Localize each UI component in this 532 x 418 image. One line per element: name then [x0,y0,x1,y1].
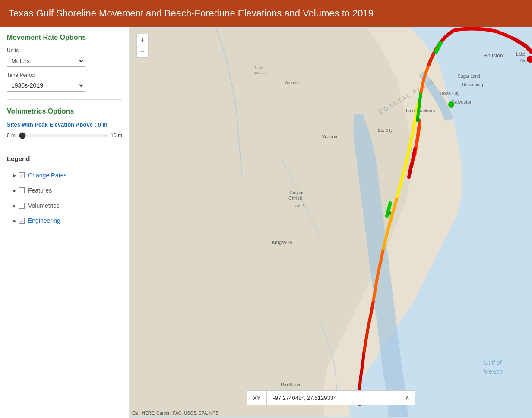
legend-box: ▶ ✓ Change Rates ▶ Features ▶ Volumetric… [7,168,122,228]
svg-text:Mexico: Mexico [484,368,503,375]
svg-point-27 [448,101,454,108]
slider-max-label: 10 m [111,133,122,139]
change-rates-checkbox[interactable]: ✓ [19,172,25,178]
svg-text:Rio Bravo: Rio Bravo [281,382,301,387]
elevation-slider[interactable] [19,132,107,139]
svg-text:Antonio: Antonio [285,80,300,85]
change-rates-label: Change Rates [28,172,67,179]
legend-title: Legend [7,155,122,162]
legend-item-volumetrics[interactable]: ▶ Volumetrics [7,198,122,213]
units-select[interactable]: Meters Feet [7,55,85,67]
chevron-right-icon: ▶ [13,173,16,178]
time-period-select[interactable]: 1930s-2019 1970s-2019 1990s-2019 [7,80,85,92]
svg-text:Gulf of: Gulf of [484,359,502,366]
main-layout: Movement Rate Options Units Meters Feet … [0,27,532,418]
map-svg: Antonio New raunfels Victoria Corpus Chr… [130,27,532,418]
svg-text:249 ft: 249 ft [295,204,305,208]
svg-text:Houston: Houston [484,53,503,59]
map-container[interactable]: Antonio New raunfels Victoria Corpus Chr… [130,27,532,418]
volumetrics-checkbox[interactable] [19,203,25,209]
svg-point-28 [387,211,391,215]
legend-item-change-rates[interactable]: ▶ ✓ Change Rates [7,168,122,183]
engineering-label: Engineering [28,217,60,224]
svg-text:Rosenberg: Rosenberg [462,82,483,87]
time-period-label: Time Period [7,72,122,78]
engineering-checkbox[interactable]: ✓ [19,218,25,224]
divider-2 [7,147,122,147]
map-attribution: Esri, HERE, Garmin, FAO, USGS, EPA, NPS [132,411,218,415]
zoom-controls: + − [136,34,149,58]
chevron-right-icon-4: ▶ [13,218,16,224]
svg-text:Victoria: Victoria [322,134,338,139]
sidebar: Movement Rate Options Units Meters Feet … [0,27,130,418]
legend-item-features[interactable]: ▶ Features [7,183,122,198]
movement-section-title: Movement Rate Options [7,34,122,41]
collapse-icon[interactable]: ∧ [400,391,415,405]
svg-text:Lake: Lake [516,52,526,57]
volumetrics-section-title: Volumetrics Options [7,108,122,115]
svg-text:Texas City: Texas City [440,91,459,96]
legend-item-engineering[interactable]: ▶ ✓ Engineering [7,213,122,228]
svg-text:Bay City: Bay City [378,128,393,133]
svg-point-29 [416,118,420,122]
slider-min-label: 0 m [7,133,16,139]
time-period-group: Time Period 1930s-2019 1970s-2019 1990s-… [7,72,122,92]
units-label: Units [7,48,122,54]
svg-text:Christi: Christi [288,196,302,201]
svg-text:Sugar Land: Sugar Land [458,74,480,79]
divider-1 [7,99,122,100]
features-label: Features [28,187,52,194]
elevation-value: 0 m [98,121,107,128]
features-checkbox[interactable] [19,187,25,193]
chevron-right-icon-3: ▶ [13,203,16,209]
volumetrics-label: Volumetrics [28,202,59,209]
svg-text:raunfels: raunfels [253,70,267,75]
coordinates-bar: XY -97.274048°, 27.512933° ∧ [247,390,415,405]
svg-text:Kingsville: Kingsville [272,240,292,245]
page-title: Texas Gulf Shoreline Movement and Beach-… [9,8,374,19]
page-header: Texas Gulf Shoreline Movement and Beach-… [0,0,532,27]
coords-xy-label: XY [247,391,267,405]
zoom-out-button[interactable]: − [136,46,149,58]
elevation-text: Sites with Peak Elevation Above : 0 m [7,121,122,128]
coords-value: -97.274048°, 27.512933° [267,391,400,405]
units-group: Units Meters Feet [7,48,122,67]
svg-text:Lake Jackson: Lake Jackson [406,108,435,113]
svg-text:Galveston: Galveston [451,99,473,104]
svg-text:New: New [255,66,263,70]
slider-row: 0 m 10 m [7,132,122,139]
chevron-right-icon-2: ▶ [13,188,16,193]
svg-text:Corpus: Corpus [289,190,305,195]
zoom-in-button[interactable]: + [136,34,149,46]
